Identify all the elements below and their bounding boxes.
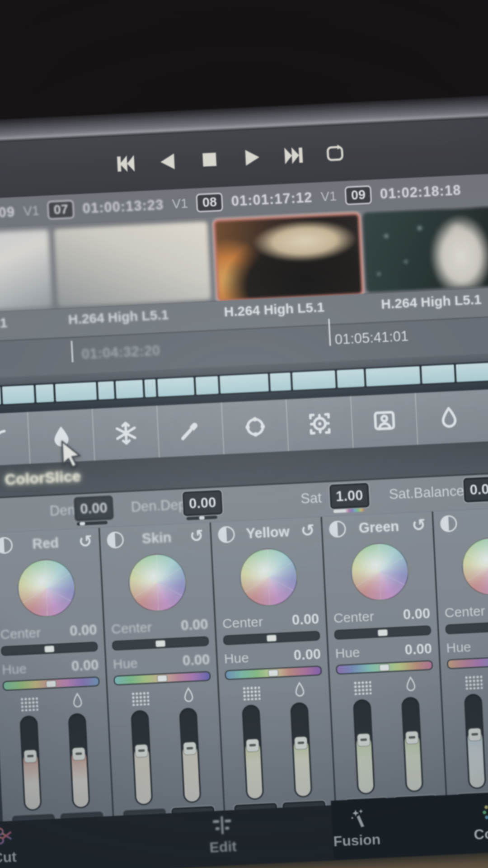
tab-cut[interactable]: Cut bbox=[0, 823, 42, 868]
saturation-vertical-slider[interactable] bbox=[68, 713, 90, 809]
reset-icon[interactable]: ↺ bbox=[189, 527, 204, 545]
play-reverse-button[interactable] bbox=[155, 148, 181, 175]
timeline-segment[interactable] bbox=[116, 380, 144, 399]
saturation-vertical-slider[interactable] bbox=[290, 702, 312, 798]
tab-edit[interactable]: Edit bbox=[184, 813, 261, 858]
vector-color-wheel[interactable] bbox=[127, 552, 188, 613]
vector-enable-toggle[interactable] bbox=[329, 520, 347, 538]
play-forward-button[interactable] bbox=[238, 144, 264, 170]
clip-number-badge[interactable]: 07 bbox=[47, 200, 75, 220]
den-label: Den bbox=[49, 502, 75, 519]
center-label: Center bbox=[222, 614, 263, 631]
skip-to-start-button[interactable] bbox=[113, 151, 139, 177]
vector-color-wheel[interactable] bbox=[16, 558, 77, 618]
density-icon bbox=[353, 680, 372, 695]
vector-color-wheel[interactable] bbox=[239, 547, 299, 608]
density-vertical-slider[interactable] bbox=[353, 699, 375, 795]
clip-thumbnail[interactable] bbox=[53, 220, 212, 308]
vector-column-yellow: Yellow ↺ Center0.00 Hue0.00 0.00 bbox=[211, 517, 335, 811]
timeline-segment[interactable] bbox=[422, 364, 455, 384]
timeline-segment[interactable] bbox=[337, 369, 365, 388]
timeline-segment[interactable] bbox=[270, 373, 291, 391]
timeline-segment[interactable] bbox=[292, 370, 336, 390]
tab-color[interactable]: Color bbox=[454, 799, 488, 844]
den-value[interactable]: 0.00 bbox=[74, 495, 114, 522]
tracker-tool-button[interactable] bbox=[286, 396, 353, 451]
timeline-segment[interactable] bbox=[98, 381, 114, 400]
clip-timecode-fragment: 0:09 bbox=[0, 204, 15, 222]
magic-mask-tool-button[interactable] bbox=[350, 393, 418, 448]
vector-name: Skin bbox=[123, 528, 190, 547]
center-value[interactable]: 0.00 bbox=[180, 617, 208, 634]
hue-value[interactable]: 0.00 bbox=[293, 646, 321, 663]
tab-fusion[interactable]: Fusion bbox=[318, 806, 394, 851]
hue-value[interactable]: 0.00 bbox=[71, 657, 99, 674]
timeline-segment[interactable] bbox=[0, 387, 1, 405]
reset-icon[interactable]: ↺ bbox=[412, 516, 427, 534]
saturation-vertical-slider[interactable] bbox=[401, 697, 423, 793]
vector-name: Green bbox=[346, 518, 413, 537]
loop-button[interactable] bbox=[322, 140, 348, 166]
vector-name bbox=[457, 520, 488, 523]
clip-thumbnail[interactable] bbox=[0, 228, 53, 312]
timeline-segment[interactable] bbox=[55, 382, 97, 402]
clip-thumbnail[interactable] bbox=[363, 205, 488, 293]
density-icon bbox=[464, 675, 483, 690]
playhead-timecode: 01:05:41:01 bbox=[334, 328, 409, 348]
saturation-vertical-slider[interactable] bbox=[179, 708, 201, 803]
timeline-segment[interactable] bbox=[36, 384, 54, 403]
timeline-segment[interactable] bbox=[196, 376, 219, 395]
timeline-segment[interactable] bbox=[220, 373, 269, 393]
hue-value[interactable]: 0.00 bbox=[182, 651, 210, 669]
clip-codec-label: H.264 High L5.1 bbox=[68, 307, 169, 327]
density-vertical-slider[interactable] bbox=[464, 693, 486, 789]
davinci-resolve-color-page: 0:09 V1 07 01:00:13:23 V1 08 01:01:17:12… bbox=[0, 0, 488, 868]
center-value[interactable]: 0.00 bbox=[291, 611, 319, 628]
vector-enable-toggle[interactable] bbox=[218, 526, 235, 543]
curves-tool-button[interactable] bbox=[0, 412, 30, 467]
color-warper-tool-button[interactable] bbox=[92, 406, 159, 461]
marker-tick bbox=[70, 341, 73, 363]
saturation-drop-icon bbox=[70, 692, 84, 712]
track-label: V1 bbox=[320, 189, 337, 205]
clip-number-badge[interactable]: 08 bbox=[196, 193, 224, 212]
reset-icon[interactable]: ↺ bbox=[300, 522, 315, 539]
center-label: Center bbox=[333, 609, 374, 626]
skip-to-end-button[interactable] bbox=[280, 142, 306, 169]
timeline-segment[interactable] bbox=[456, 362, 488, 382]
saturation-drop-icon bbox=[404, 676, 418, 695]
density-vertical-slider[interactable] bbox=[131, 710, 153, 806]
stop-button[interactable] bbox=[197, 146, 223, 173]
density-vertical-slider[interactable] bbox=[242, 704, 264, 800]
density-vertical-slider[interactable] bbox=[19, 715, 42, 811]
sat-value[interactable]: 1.00 bbox=[329, 483, 370, 509]
clip-thumbnail-selected[interactable] bbox=[213, 213, 363, 302]
vector-enable-toggle[interactable] bbox=[440, 515, 457, 533]
timeline-segment[interactable] bbox=[2, 385, 35, 405]
power-window-tool-button[interactable] bbox=[221, 399, 288, 454]
center-label: Center bbox=[0, 625, 41, 642]
clip-in-timecode: 01:00:13:23 bbox=[82, 197, 164, 217]
blur-tool-button[interactable] bbox=[415, 390, 482, 445]
vector-column-green: Green ↺ Center0.00 Hue0.00 0.00 bbox=[322, 511, 446, 805]
vector-enable-toggle[interactable] bbox=[0, 537, 13, 554]
vector-name: Red bbox=[12, 534, 79, 553]
timeline-segment[interactable] bbox=[157, 377, 194, 396]
timeline-segment[interactable] bbox=[366, 366, 420, 387]
ghost-timecode: 01:04:32:20 bbox=[81, 342, 161, 363]
density-icon bbox=[131, 691, 150, 706]
vector-color-wheel[interactable] bbox=[460, 536, 488, 597]
center-label: Center bbox=[111, 619, 152, 637]
clip-number-badge[interactable]: 09 bbox=[345, 185, 372, 205]
timeline-segment[interactable] bbox=[144, 379, 156, 397]
qualifier-tool-button[interactable] bbox=[156, 402, 224, 458]
vector-enable-toggle[interactable] bbox=[107, 531, 124, 549]
center-value[interactable]: 0.00 bbox=[403, 606, 431, 623]
hue-value[interactable]: 0.00 bbox=[404, 641, 432, 658]
hue-label: Hue bbox=[113, 655, 138, 672]
reset-icon[interactable]: ↺ bbox=[78, 533, 93, 550]
vector-color-wheel[interactable] bbox=[349, 542, 410, 602]
center-value[interactable]: 0.00 bbox=[70, 622, 98, 639]
den-depth-value[interactable]: 0.00 bbox=[183, 490, 223, 516]
sat-balance-value[interactable]: 0.00 bbox=[463, 476, 488, 503]
